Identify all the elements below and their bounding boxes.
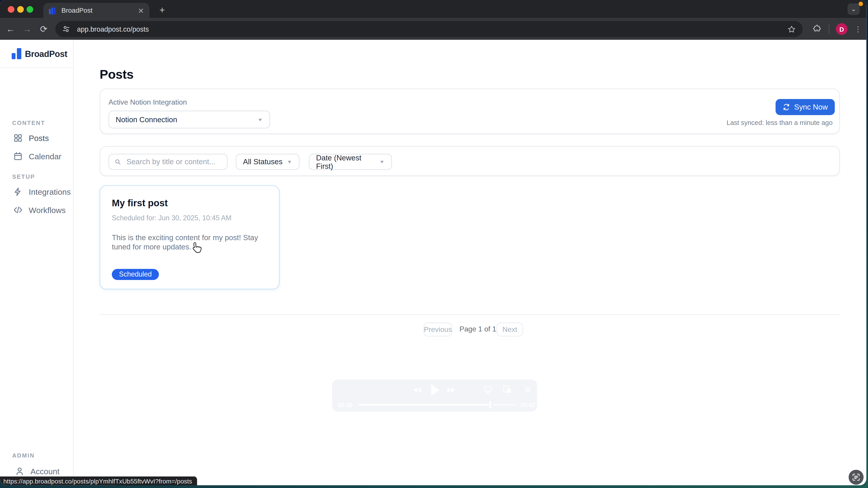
post-status-badge: Scheduled bbox=[112, 269, 159, 280]
post-card[interactable]: My first post Scheduled for: Jun 30, 202… bbox=[100, 185, 280, 289]
profile-avatar[interactable]: D bbox=[836, 23, 847, 35]
app-sidebar: BroadPost CONTENT Posts bbox=[0, 40, 74, 485]
integration-card: Active Notion Integration Notion Connect… bbox=[100, 89, 840, 134]
integration-selected-value: Notion Connection bbox=[116, 116, 177, 124]
sidebar-item-label: Workflows bbox=[29, 205, 66, 215]
search-box[interactable] bbox=[108, 154, 228, 170]
toolbar-right: D ⋮ bbox=[813, 18, 862, 40]
duration-time: 00:42 bbox=[520, 402, 535, 408]
content-divider bbox=[100, 314, 840, 315]
browser-menu-icon[interactable]: ⋮ bbox=[854, 28, 862, 30]
search-input[interactable] bbox=[125, 157, 221, 167]
brand-name: BroadPost bbox=[25, 49, 67, 59]
sidebar-item-account[interactable]: Account bbox=[15, 466, 59, 476]
sidebar-item-calendar[interactable]: Calendar bbox=[13, 152, 61, 161]
sidebar-item-label: Posts bbox=[29, 133, 49, 142]
app-page: BroadPost CONTENT Posts bbox=[0, 40, 866, 485]
brand-row: BroadPost bbox=[0, 40, 74, 68]
search-icon bbox=[115, 158, 121, 165]
sidebar-section-setup: SETUP bbox=[12, 173, 35, 180]
sidebar-item-label: Account bbox=[31, 467, 59, 476]
tab-strip: BroadPost ✕ + ⌄ bbox=[0, 0, 866, 18]
screen: BroadPost ✕ + ⌄ ← → ⟳ app.broadpost.co/p… bbox=[0, 0, 868, 488]
zoom-window-button[interactable] bbox=[27, 6, 33, 13]
video-player-overlay: 00:36 00:42 bbox=[332, 380, 537, 412]
sidebar-item-label: Calendar bbox=[29, 152, 61, 161]
progress-bar-remaining[interactable] bbox=[493, 404, 516, 405]
rewind-icon[interactable] bbox=[413, 386, 422, 394]
code-icon bbox=[13, 205, 23, 215]
url-text: app.broadpost.co/posts bbox=[77, 25, 787, 33]
progress-handle[interactable] bbox=[489, 401, 491, 409]
filters-card: All Statuses ▼ Date (Newest First) ▼ bbox=[100, 146, 840, 176]
chevron-down-icon: ▼ bbox=[379, 160, 385, 164]
sidebar-section-admin: ADMIN bbox=[12, 452, 35, 459]
update-indicator-dot bbox=[859, 2, 863, 6]
elapsed-time: 00:36 bbox=[338, 402, 352, 408]
link-status-bar: https://app.broadpost.co/posts/plpYmhlfT… bbox=[0, 477, 197, 485]
close-window-button[interactable] bbox=[8, 6, 14, 13]
picture-in-picture-icon[interactable] bbox=[503, 385, 512, 394]
sidebar-item-label: Integrations bbox=[29, 187, 71, 196]
address-bar[interactable]: app.broadpost.co/posts bbox=[55, 21, 803, 37]
tab-title: BroadPost bbox=[61, 6, 138, 14]
toolbar-divider bbox=[829, 24, 829, 34]
reload-button[interactable]: ⟳ bbox=[35, 24, 52, 34]
scan-text-icon bbox=[852, 473, 860, 482]
browser-tab[interactable]: BroadPost ✕ bbox=[43, 3, 149, 18]
chevron-down-icon: ▼ bbox=[287, 160, 292, 164]
bookmark-star-icon[interactable] bbox=[787, 25, 796, 33]
calendar-icon bbox=[13, 152, 23, 161]
progress-bar-elapsed[interactable] bbox=[359, 404, 489, 405]
tab-close-icon[interactable]: ✕ bbox=[138, 7, 144, 14]
next-page-button[interactable]: Next bbox=[497, 323, 523, 336]
status-filter-select[interactable]: All Statuses ▼ bbox=[236, 154, 300, 170]
new-tab-button[interactable]: + bbox=[159, 5, 165, 15]
chevron-down-icon: ▼ bbox=[257, 117, 263, 122]
sort-filter-value: Date (Newest First) bbox=[316, 154, 379, 170]
sync-now-label: Sync Now bbox=[794, 103, 828, 111]
minimize-window-button[interactable] bbox=[17, 6, 24, 13]
status-filter-value: All Statuses bbox=[243, 158, 283, 166]
forward-button[interactable]: → bbox=[19, 24, 35, 34]
refresh-icon bbox=[782, 103, 790, 111]
display-icon[interactable] bbox=[483, 385, 492, 394]
integration-label: Active Notion Integration bbox=[108, 98, 187, 106]
sidebar-item-posts[interactable]: Posts bbox=[13, 133, 49, 143]
site-settings-icon[interactable] bbox=[62, 25, 70, 33]
post-scheduled-text: Scheduled for: Jun 30, 2025, 10:45 AM bbox=[112, 214, 231, 222]
fast-forward-icon[interactable] bbox=[447, 386, 456, 394]
extensions-icon[interactable] bbox=[813, 24, 822, 34]
chevrons-right-icon[interactable] bbox=[524, 386, 531, 393]
post-title: My first post bbox=[112, 198, 168, 209]
last-synced-text: Last synced: less than a minute ago bbox=[726, 119, 833, 127]
zap-icon bbox=[13, 187, 23, 197]
sidebar-item-integrations[interactable]: Integrations bbox=[13, 187, 71, 197]
screen-capture-button[interactable] bbox=[848, 470, 864, 485]
tab-favicon bbox=[49, 7, 56, 14]
tab-search-chevron-button[interactable]: ⌄ bbox=[847, 3, 860, 15]
broadpost-logo-icon bbox=[11, 48, 22, 59]
sync-now-button[interactable]: Sync Now bbox=[776, 99, 835, 115]
integration-select[interactable]: Notion Connection ▼ bbox=[108, 111, 270, 128]
previous-page-button[interactable]: Previous bbox=[423, 323, 452, 336]
mouse-cursor-pointer bbox=[191, 242, 202, 254]
post-content: This is the exciting content for my post… bbox=[112, 233, 266, 252]
pagination-label: Page 1 of 1 bbox=[460, 325, 496, 333]
sidebar-section-content: CONTENT bbox=[12, 120, 45, 126]
page-title: Posts bbox=[100, 67, 133, 82]
grid-icon bbox=[13, 133, 23, 143]
sidebar-item-workflows[interactable]: Workflows bbox=[13, 205, 66, 215]
user-icon bbox=[15, 466, 24, 476]
browser-window: BroadPost ✕ + ⌄ ← → ⟳ app.broadpost.co/p… bbox=[0, 0, 866, 485]
status-url-text: https://app.broadpost.co/posts/plpYmhlfT… bbox=[3, 478, 192, 484]
back-button[interactable]: ← bbox=[2, 24, 19, 34]
play-icon[interactable] bbox=[429, 383, 441, 397]
sort-filter-select[interactable]: Date (Newest First) ▼ bbox=[309, 154, 392, 170]
